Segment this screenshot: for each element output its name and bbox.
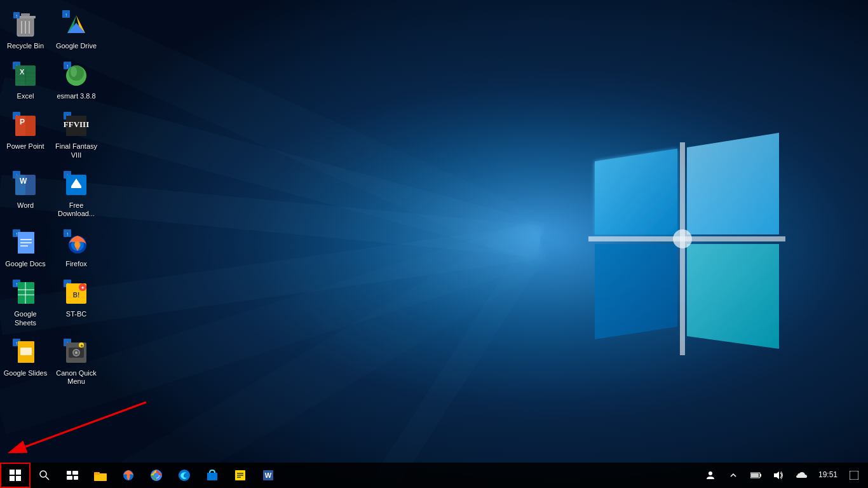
gsheets-icon: ↑ — [10, 277, 41, 308]
tray-clock[interactable]: 19:51 — [813, 463, 843, 488]
word-label: Word — [17, 201, 34, 210]
gslides-icon: ↑ — [10, 336, 41, 367]
svg-rect-112 — [74, 476, 78, 480]
firefox-label: Firefox — [65, 260, 87, 268]
desktop-icon-word[interactable]: ↑ W Word — [0, 165, 51, 214]
ff8-icon: ↑ FFVIII — [61, 109, 92, 140]
google-drive-icon: ↑ — [61, 9, 92, 39]
svg-rect-105 — [10, 476, 15, 481]
desktop-icon-powerpoint[interactable]: ↑ P Power Point — [0, 105, 51, 154]
svg-text:★: ★ — [81, 285, 85, 290]
svg-text:X: X — [20, 68, 25, 76]
svg-text:W: W — [20, 177, 27, 186]
taskbar: W — [0, 463, 868, 488]
excel-label: Excel — [17, 92, 34, 100]
svg-rect-120 — [207, 473, 217, 480]
svg-point-98 — [75, 351, 78, 354]
freedl-label: Free Download... — [53, 201, 99, 218]
svg-rect-63 — [71, 186, 81, 188]
desktop-icon-final-fantasy[interactable]: ↑ FFVIII Final Fantasy VIII — [51, 105, 102, 163]
svg-rect-110 — [72, 471, 78, 475]
svg-rect-132 — [850, 471, 858, 480]
svg-rect-130 — [751, 473, 759, 477]
svg-text:↑: ↑ — [15, 281, 18, 287]
tray-people[interactable] — [699, 463, 722, 488]
desktop-icon-recycle-bin[interactable]: ↑ Recycle Bin — [0, 5, 51, 54]
svg-marker-11 — [595, 244, 677, 339]
gsheets-label: Google Sheets — [3, 310, 48, 327]
desktop-icon-free-download[interactable]: ↑ Free Download... — [51, 165, 102, 222]
powerpoint-icon: ↑ P — [10, 109, 41, 140]
desktop-icon-canon-quick-menu[interactable]: ↑ ★ Canon Quick Menu — [51, 332, 102, 390]
task-view-button[interactable] — [58, 463, 86, 488]
svg-text:↑: ↑ — [15, 231, 18, 237]
svg-text:FFVIII: FFVIII — [64, 119, 89, 129]
svg-text:★: ★ — [80, 344, 83, 348]
taskbar-file-explorer[interactable] — [86, 463, 114, 488]
taskbar-notes[interactable] — [226, 463, 254, 488]
taskbar-apps: W — [86, 463, 282, 488]
powerpoint-label: Power Point — [6, 142, 44, 151]
excel-icon: ↑ X — [10, 59, 41, 90]
taskbar-tray: 19:51 — [699, 463, 868, 488]
taskbar-edge[interactable] — [170, 463, 198, 488]
gslides-label: Google Slides — [4, 369, 48, 377]
tray-notification[interactable] — [843, 463, 865, 488]
svg-line-8 — [381, 241, 540, 488]
svg-rect-18 — [21, 13, 30, 16]
svg-text:↑: ↑ — [66, 231, 69, 237]
svg-text:↑: ↑ — [65, 12, 67, 18]
svg-text:P: P — [20, 118, 25, 126]
recycle-bin-label: Recycle Bin — [7, 42, 44, 50]
desktop-icons-area: ↑ Recycle Bin ↑ — [0, 0, 127, 488]
svg-rect-109 — [67, 471, 71, 475]
taskbar-chrome[interactable] — [142, 463, 170, 488]
desktop-icon-google-slides[interactable]: ↑ Google Slides — [0, 332, 51, 381]
svg-marker-9 — [595, 149, 677, 234]
desktop-icon-esmart[interactable]: ↑ esmart 3.8.8 — [51, 55, 102, 104]
svg-point-119 — [179, 470, 190, 481]
taskbar-firefox[interactable] — [114, 463, 142, 488]
windows-logo — [569, 123, 792, 365]
svg-line-108 — [46, 477, 49, 480]
canon-icon: ↑ ★ — [61, 336, 92, 367]
svg-text:↑: ↑ — [15, 340, 18, 346]
svg-text:W: W — [265, 471, 272, 479]
search-button[interactable] — [31, 463, 58, 488]
svg-point-118 — [154, 473, 159, 478]
svg-marker-12 — [687, 244, 779, 349]
esmart-icon: ↑ — [61, 59, 92, 90]
desktop-icon-firefox[interactable]: ↑ Firefox — [51, 223, 102, 272]
tray-volume[interactable] — [768, 463, 790, 488]
desktop-icon-excel[interactable]: ↑ X Excel — [0, 55, 51, 104]
gdocs-icon: ↑ — [10, 227, 41, 257]
tray-overflow[interactable] — [722, 463, 745, 488]
firefox-icon: ↑ — [61, 227, 92, 257]
clock-time: 19:51 — [818, 470, 837, 480]
svg-point-127 — [709, 471, 712, 475]
start-button[interactable] — [0, 463, 31, 488]
desktop: ↑ Recycle Bin ↑ — [0, 0, 868, 488]
desktop-icon-google-drive[interactable]: ↑ Google Drive — [51, 5, 102, 54]
svg-rect-106 — [16, 476, 21, 481]
svg-point-107 — [40, 471, 46, 477]
canon-label: Canon Quick Menu — [53, 369, 99, 386]
stbc-icon: ↑ B! ★ — [61, 277, 92, 308]
google-drive-label: Google Drive — [56, 42, 97, 50]
svg-rect-114 — [94, 472, 100, 475]
svg-marker-131 — [774, 471, 779, 479]
taskbar-word[interactable]: W — [254, 463, 282, 488]
svg-rect-78 — [18, 282, 34, 304]
stbc-label: ST-BC — [66, 310, 86, 318]
svg-text:↑: ↑ — [66, 64, 69, 69]
svg-text:B!: B! — [73, 292, 80, 299]
svg-marker-10 — [687, 133, 779, 234]
tray-battery[interactable] — [745, 463, 768, 488]
desktop-icon-google-sheets[interactable]: ↑ Google Sheets — [0, 273, 51, 330]
tray-onedrive[interactable] — [790, 463, 813, 488]
desktop-icon-google-docs[interactable]: ↑ Google Docs — [0, 223, 51, 272]
word-icon: ↑ W — [10, 168, 41, 199]
taskbar-store[interactable] — [198, 463, 226, 488]
desktop-icon-stbc[interactable]: ↑ B! ★ ST-BC — [51, 273, 102, 322]
svg-point-15 — [673, 229, 692, 248]
